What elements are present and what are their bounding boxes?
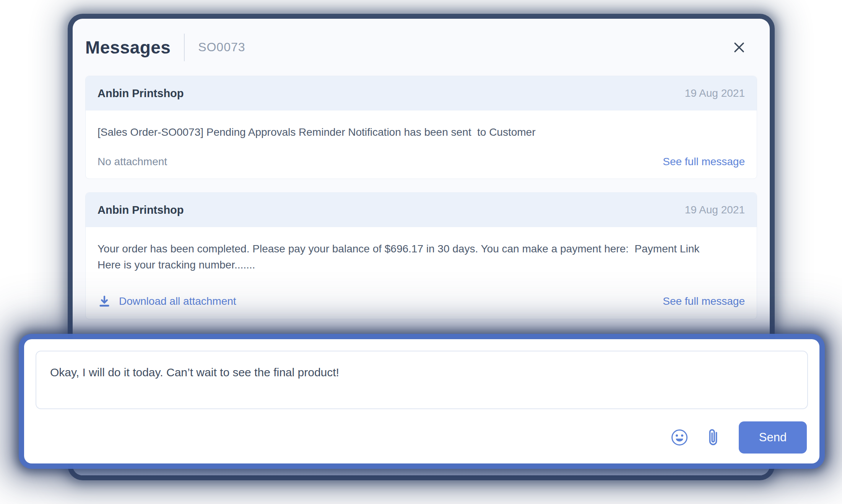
close-button[interactable] (730, 38, 748, 57)
download-all-attachment-label: Download all attachment (119, 295, 236, 307)
paperclip-icon (707, 428, 720, 447)
message-card-footer: Download all attachment See full message (98, 294, 745, 308)
no-attachment-label: No attachment (98, 156, 167, 168)
message-card-body: Your order has been completed. Please pa… (86, 227, 757, 319)
see-full-message-link[interactable]: See full message (663, 295, 745, 307)
message-list: Anbin Printshop 19 Aug 2021 [Sales Order… (73, 76, 770, 319)
message-card-footer: No attachment See full message (98, 156, 745, 168)
see-full-message-link[interactable]: See full message (663, 156, 745, 168)
page-title: Messages (85, 37, 171, 58)
close-icon (731, 40, 747, 55)
message-text: Your order has been completed. Please pa… (98, 241, 745, 273)
message-card: Anbin Printshop 19 Aug 2021 Your order h… (85, 192, 757, 319)
compose-actions: Send (669, 421, 807, 454)
download-icon (98, 294, 111, 308)
send-button[interactable]: Send (739, 421, 807, 454)
order-id: SO0073 (198, 40, 245, 54)
message-card-header: Anbin Printshop 19 Aug 2021 (86, 193, 757, 227)
message-card-body: [Sales Order-SO0073] Pending Approvals R… (86, 111, 757, 179)
message-date: 19 Aug 2021 (685, 87, 745, 99)
download-all-attachment-link[interactable]: Download all attachment (98, 294, 236, 308)
message-card-header: Anbin Printshop 19 Aug 2021 (86, 76, 757, 111)
attachment-button[interactable] (703, 427, 723, 448)
modal-header: Messages SO0073 (73, 19, 770, 76)
message-date: 19 Aug 2021 (685, 204, 745, 216)
emoji-button[interactable] (669, 427, 690, 448)
message-input[interactable]: Okay, I will do it today. Can’t wait to … (36, 351, 808, 409)
sender-name: Anbin Printshop (98, 204, 184, 216)
emoji-icon (670, 428, 689, 447)
message-text: [Sales Order-SO0073] Pending Approvals R… (98, 124, 745, 140)
sender-name: Anbin Printshop (98, 87, 184, 100)
compose-panel: Okay, I will do it today. Can’t wait to … (24, 339, 819, 463)
message-card: Anbin Printshop 19 Aug 2021 [Sales Order… (85, 76, 757, 179)
header-divider (184, 34, 185, 61)
